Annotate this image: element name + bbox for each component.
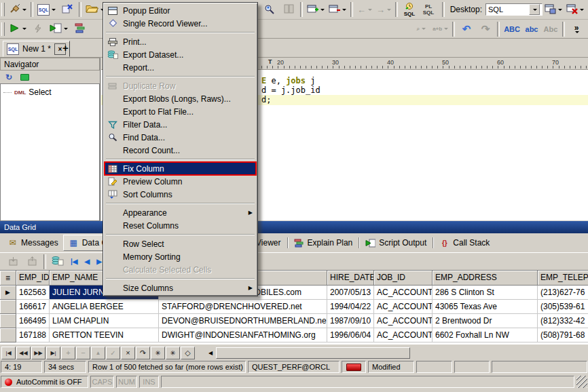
close-document-window-button[interactable] <box>327 1 348 18</box>
cell-hire-date[interactable]: 1987/09/10 <box>327 314 374 328</box>
desktop-combobox-button[interactable] <box>529 4 540 15</box>
grid-corner-menu-button[interactable]: ≡ <box>0 271 16 286</box>
toolbar-drag-handle[interactable] <box>1 22 5 36</box>
column-header-emp-address[interactable]: EMP_ADDRESS <box>433 271 538 286</box>
cell-emp-address[interactable]: 286 S Clinton St <box>433 286 538 300</box>
save-desktop-button[interactable] <box>543 1 564 18</box>
insert-record-button[interactable]: + <box>61 347 75 359</box>
menu-item-report[interactable]: Report... <box>105 61 256 74</box>
execute-statement-button[interactable] <box>7 20 29 38</box>
new-window-dropdown-arrow[interactable] <box>52 9 56 11</box>
tab-script-output[interactable]: Script Output <box>361 235 431 250</box>
menu-item-size-columns[interactable]: Size Columns ▶ <box>105 281 256 294</box>
cell-emp-telephone[interactable]: (213)627-76 <box>538 286 588 300</box>
grid-next-record-button[interactable]: ▶ <box>96 258 102 265</box>
find-next-button[interactable]: ⌕ <box>411 20 430 38</box>
save-desktop-dropdown-arrow[interactable] <box>558 9 562 11</box>
titlecase-button[interactable]: Abc <box>541 20 560 38</box>
first-record-button[interactable]: |◀ <box>1 347 16 359</box>
prior-record-button[interactable]: ◀◀ <box>16 347 31 359</box>
column-header-emp-id[interactable]: EMP_ID <box>16 271 50 286</box>
plsql-debug-button[interactable]: PL SQL <box>419 1 438 18</box>
menu-item-print[interactable]: Print... <box>105 35 256 48</box>
menu-item-sort-columns[interactable]: Sort Columns <box>105 188 256 201</box>
tab-call-stack[interactable]: {} Call Stack <box>435 235 494 250</box>
scrollbar-thumb[interactable] <box>216 347 410 359</box>
menu-item-export-blobs[interactable]: Export Blobs (Longs, Raws)... <box>105 92 256 105</box>
disconnect-button[interactable] <box>58 1 77 18</box>
menu-item-fix-column[interactable]: Fix Column <box>105 162 256 175</box>
goto-bookmark-button[interactable]: ✳ <box>166 347 180 359</box>
revert-changes-button[interactable] <box>22 253 41 271</box>
toolbar-overflow-button[interactable]: » <box>567 20 586 38</box>
clear-filter-button[interactable]: ◇ <box>181 347 195 359</box>
grid-horizontal-scrollbar[interactable]: ◀ <box>205 347 410 359</box>
cell-emp-id[interactable]: 166617 <box>16 300 50 314</box>
cell-emp-telephone[interactable]: (508)791-68 <box>538 328 588 342</box>
menu-item-appearance[interactable]: Appearance ▶ <box>105 206 256 219</box>
uppercase-button[interactable]: ABC <box>502 20 522 38</box>
refresh-records-button[interactable]: ↷ <box>136 347 150 359</box>
replace-button[interactable]: a+b <box>430 20 450 38</box>
cell-emp-name[interactable]: ANGELIA BERGEE <box>50 300 159 314</box>
grid-first-record-button[interactable]: |◀ <box>71 258 78 265</box>
cell-emp-address[interactable]: 2 Brentwood Dr <box>433 314 538 328</box>
connect-dropdown-arrow[interactable] <box>22 9 26 11</box>
execute-as-script-button[interactable] <box>48 20 70 38</box>
redo-button[interactable]: ↷ <box>476 20 495 38</box>
navigator-refresh-button[interactable]: ↻ <box>5 73 12 82</box>
navigate-forward-button[interactable]: → <box>374 1 393 18</box>
connect-button[interactable] <box>7 1 29 18</box>
row-indicator[interactable]: ▶ <box>0 286 16 300</box>
menu-item-record-count[interactable]: Record Count... <box>105 144 256 157</box>
close-desktop-button[interactable] <box>564 1 586 18</box>
describe-objects-button[interactable] <box>260 1 279 18</box>
close-desktop-dropdown-arrow[interactable] <box>580 9 584 11</box>
save-bookmark-button[interactable]: ✳ <box>151 347 165 359</box>
cell-emp-address[interactable]: 6602 Foxhall Ln NW <box>433 328 538 342</box>
column-header-emp-telephone[interactable]: EMP_TELEPH <box>538 271 588 286</box>
post-edit-button[interactable]: ✓ <box>106 347 120 359</box>
new-window-dropdown-arrow[interactable] <box>320 9 325 11</box>
cell-job-id[interactable]: AC_ACCOUNT <box>374 286 433 300</box>
back-dropdown-arrow[interactable] <box>368 9 372 11</box>
sql-recall-button[interactable]: SQL <box>400 1 419 18</box>
navigate-back-button[interactable]: ← <box>355 1 374 18</box>
menu-item-export-dataset[interactable]: Export Dataset... <box>105 48 256 61</box>
run-script-dropdown-arrow[interactable] <box>64 28 68 30</box>
tab-new-1[interactable]: SQL New 1 * × <box>3 41 70 57</box>
window-resize-grip[interactable] <box>576 376 587 388</box>
menu-item-row-select[interactable]: Row Select <box>105 237 256 250</box>
cell-job-id[interactable]: AC_ACCOUNT <box>374 314 433 328</box>
replace-dropdown-arrow[interactable] <box>444 28 448 30</box>
row-indicator[interactable] <box>0 300 16 314</box>
cell-emp-id[interactable]: 167188 <box>16 328 50 342</box>
export-dataset-button[interactable] <box>48 253 67 271</box>
menu-item-popup-editor[interactable]: Popup Editor <box>105 4 256 17</box>
last-record-button[interactable]: ▶| <box>46 347 60 359</box>
scroll-left-button[interactable]: ◀ <box>205 347 216 359</box>
menu-item-memory-sorting[interactable]: Memory Sorting <box>105 250 256 263</box>
cell-emp-email[interactable]: DWIGHT@INDONESIANFATHOMING.org <box>159 328 327 342</box>
lowercase-button[interactable]: abc <box>522 20 541 38</box>
halt-execution-button[interactable] <box>29 20 48 38</box>
cell-emp-telephone[interactable]: (812)332-42 <box>538 314 588 328</box>
cell-hire-date[interactable]: 2007/05/13 <box>327 286 374 300</box>
desktop-combobox[interactable]: SQL <box>485 3 543 16</box>
cell-hire-date[interactable]: 1994/04/22 <box>327 300 374 314</box>
navigator-item-dml-select[interactable]: DML Select <box>1 84 99 97</box>
forward-dropdown-arrow[interactable] <box>387 9 391 11</box>
menu-item-find-data[interactable]: Find Data... <box>105 131 256 144</box>
menu-item-preview-column[interactable]: Preview Column <box>105 175 256 188</box>
row-indicator[interactable] <box>0 314 16 328</box>
cell-job-id[interactable]: AC_ACCOUNT <box>374 300 433 314</box>
cell-emp-email[interactable]: DEVON@BRUISEDNORTHUMBERLAND.net <box>159 314 327 328</box>
row-indicator[interactable] <box>0 328 16 342</box>
tab-messages[interactable]: ✉ Messages <box>3 235 63 250</box>
cell-emp-name[interactable]: GRETTON TEEVIN <box>50 328 159 342</box>
new-sql-window-button[interactable]: SQL <box>35 1 58 18</box>
cell-emp-id[interactable]: 162563 <box>16 286 50 300</box>
menu-item-export-to-flat-file[interactable]: Export to Flat File... <box>105 105 256 118</box>
add-tab-button[interactable]: + <box>62 42 69 54</box>
tab-explain-plan[interactable]: Explain Plan <box>289 235 358 250</box>
